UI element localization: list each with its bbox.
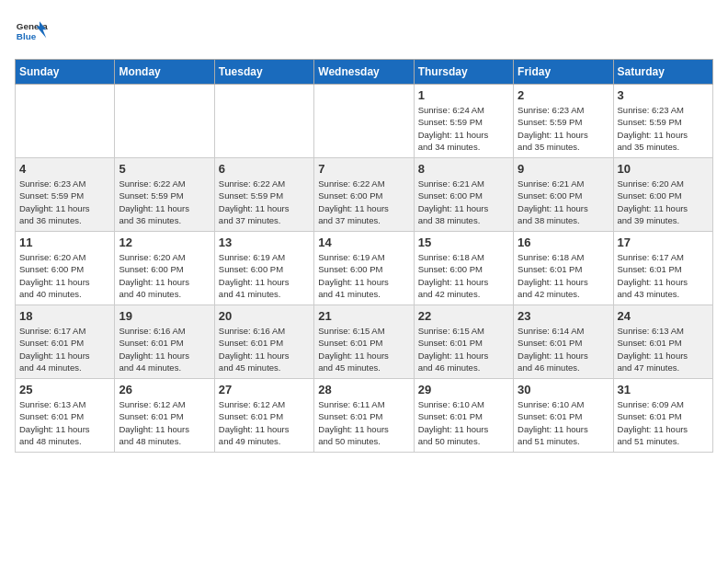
day-info: Sunrise: 6:16 AM Sunset: 6:01 PM Dayligh… [219,325,310,373]
day-number: 14 [318,236,409,249]
day-number: 22 [418,309,509,323]
day-info: Sunrise: 6:10 AM Sunset: 6:01 PM Dayligh… [518,398,609,447]
day-info: Sunrise: 6:09 AM Sunset: 6:01 PM Dayligh… [618,398,709,447]
day-info: Sunrise: 6:20 AM Sunset: 6:00 PM Dayligh… [19,251,110,300]
day-info: Sunrise: 6:13 AM Sunset: 6:01 PM Dayligh… [618,325,709,373]
day-info: Sunrise: 6:12 AM Sunset: 6:01 PM Dayligh… [219,398,310,447]
calendar-cell: 24Sunrise: 6:13 AM Sunset: 6:01 PM Dayli… [613,305,712,379]
calendar-cell: 19Sunrise: 6:16 AM Sunset: 6:01 PM Dayli… [115,305,214,379]
calendar-cell: 28Sunrise: 6:11 AM Sunset: 6:01 PM Dayli… [314,379,414,453]
column-header-friday: Friday [514,60,613,85]
calendar-cell: 12Sunrise: 6:20 AM Sunset: 6:00 PM Dayli… [115,232,214,305]
calendar-cell: 15Sunrise: 6:18 AM Sunset: 6:00 PM Dayli… [414,232,513,305]
calendar-cell: 9Sunrise: 6:21 AM Sunset: 6:00 PM Daylig… [514,158,613,232]
column-header-monday: Monday [115,60,214,85]
calendar-cell: 18Sunrise: 6:17 AM Sunset: 6:01 PM Dayli… [16,305,115,379]
day-number: 28 [318,383,409,396]
day-number: 20 [219,309,310,323]
day-number: 8 [418,162,509,176]
day-info: Sunrise: 6:23 AM Sunset: 5:59 PM Dayligh… [618,104,709,153]
calendar-cell: 22Sunrise: 6:15 AM Sunset: 6:01 PM Dayli… [414,305,513,379]
day-number: 25 [19,383,110,396]
day-number: 26 [119,383,210,396]
day-info: Sunrise: 6:17 AM Sunset: 6:01 PM Dayligh… [618,251,709,300]
calendar-cell: 14Sunrise: 6:19 AM Sunset: 6:00 PM Dayli… [314,232,414,305]
day-info: Sunrise: 6:21 AM Sunset: 6:00 PM Dayligh… [418,178,509,226]
day-info: Sunrise: 6:23 AM Sunset: 5:59 PM Dayligh… [19,178,110,226]
day-number: 13 [219,236,310,249]
column-header-wednesday: Wednesday [314,60,414,85]
day-number: 21 [318,309,409,323]
day-number: 23 [518,309,609,323]
calendar-cell: 20Sunrise: 6:16 AM Sunset: 6:01 PM Dayli… [214,305,313,379]
day-info: Sunrise: 6:14 AM Sunset: 6:01 PM Dayligh… [518,325,609,373]
calendar-cell: 10Sunrise: 6:20 AM Sunset: 6:00 PM Dayli… [613,158,712,232]
calendar-cell [214,85,313,158]
calendar-cell [115,85,214,158]
calendar-cell: 17Sunrise: 6:17 AM Sunset: 6:01 PM Dayli… [613,232,712,305]
day-number: 15 [418,236,509,249]
day-number: 9 [518,162,609,176]
day-info: Sunrise: 6:22 AM Sunset: 5:59 PM Dayligh… [119,178,210,226]
day-number: 5 [119,162,210,176]
day-number: 11 [19,236,110,249]
day-info: Sunrise: 6:15 AM Sunset: 6:01 PM Dayligh… [318,325,409,373]
calendar-cell: 5Sunrise: 6:22 AM Sunset: 5:59 PM Daylig… [115,158,214,232]
day-info: Sunrise: 6:10 AM Sunset: 6:01 PM Dayligh… [418,398,509,447]
calendar-cell [314,85,414,158]
calendar-cell: 21Sunrise: 6:15 AM Sunset: 6:01 PM Dayli… [314,305,414,379]
day-info: Sunrise: 6:21 AM Sunset: 6:00 PM Dayligh… [518,178,609,226]
day-number: 3 [618,88,709,102]
calendar-cell: 29Sunrise: 6:10 AM Sunset: 6:01 PM Dayli… [414,379,513,453]
calendar-cell: 1Sunrise: 6:24 AM Sunset: 5:59 PM Daylig… [414,85,513,158]
calendar-cell: 4Sunrise: 6:23 AM Sunset: 5:59 PM Daylig… [16,158,115,232]
day-info: Sunrise: 6:15 AM Sunset: 6:01 PM Dayligh… [418,325,509,373]
svg-text:Blue: Blue [17,31,37,41]
day-number: 4 [19,162,110,176]
day-number: 31 [618,383,709,396]
day-info: Sunrise: 6:20 AM Sunset: 6:00 PM Dayligh… [618,178,709,226]
calendar-cell: 2Sunrise: 6:23 AM Sunset: 5:59 PM Daylig… [514,85,613,158]
day-number: 2 [518,88,609,102]
column-header-tuesday: Tuesday [214,60,313,85]
day-number: 18 [19,309,110,323]
day-info: Sunrise: 6:24 AM Sunset: 5:59 PM Dayligh… [418,104,509,153]
calendar-cell: 26Sunrise: 6:12 AM Sunset: 6:01 PM Dayli… [115,379,214,453]
day-number: 1 [418,88,509,102]
day-info: Sunrise: 6:22 AM Sunset: 5:59 PM Dayligh… [219,178,310,226]
calendar-cell: 3Sunrise: 6:23 AM Sunset: 5:59 PM Daylig… [613,85,712,158]
day-info: Sunrise: 6:22 AM Sunset: 6:00 PM Dayligh… [318,178,409,226]
calendar-cell: 30Sunrise: 6:10 AM Sunset: 6:01 PM Dayli… [514,379,613,453]
column-header-thursday: Thursday [414,60,513,85]
logo: General Blue [15,15,48,48]
day-number: 19 [119,309,210,323]
day-info: Sunrise: 6:17 AM Sunset: 6:01 PM Dayligh… [19,325,110,373]
calendar-cell: 7Sunrise: 6:22 AM Sunset: 6:00 PM Daylig… [314,158,414,232]
calendar-cell: 31Sunrise: 6:09 AM Sunset: 6:01 PM Dayli… [613,379,712,453]
day-info: Sunrise: 6:19 AM Sunset: 6:00 PM Dayligh… [318,251,409,300]
day-info: Sunrise: 6:16 AM Sunset: 6:01 PM Dayligh… [119,325,210,373]
day-info: Sunrise: 6:18 AM Sunset: 6:01 PM Dayligh… [518,251,609,300]
calendar-table: SundayMondayTuesdayWednesdayThursdayFrid… [15,59,713,453]
day-number: 30 [518,383,609,396]
page-header: General Blue [15,15,713,48]
column-header-saturday: Saturday [613,60,712,85]
column-header-sunday: Sunday [16,60,115,85]
day-info: Sunrise: 6:20 AM Sunset: 6:00 PM Dayligh… [119,251,210,300]
calendar-cell: 8Sunrise: 6:21 AM Sunset: 6:00 PM Daylig… [414,158,513,232]
calendar-cell: 27Sunrise: 6:12 AM Sunset: 6:01 PM Dayli… [214,379,313,453]
day-info: Sunrise: 6:18 AM Sunset: 6:00 PM Dayligh… [418,251,509,300]
day-info: Sunrise: 6:13 AM Sunset: 6:01 PM Dayligh… [19,398,110,447]
day-info: Sunrise: 6:11 AM Sunset: 6:01 PM Dayligh… [318,398,409,447]
day-number: 27 [219,383,310,396]
day-number: 29 [418,383,509,396]
calendar-cell: 23Sunrise: 6:14 AM Sunset: 6:01 PM Dayli… [514,305,613,379]
calendar-cell: 6Sunrise: 6:22 AM Sunset: 5:59 PM Daylig… [214,158,313,232]
calendar-cell: 25Sunrise: 6:13 AM Sunset: 6:01 PM Dayli… [16,379,115,453]
calendar-cell: 13Sunrise: 6:19 AM Sunset: 6:00 PM Dayli… [214,232,313,305]
day-info: Sunrise: 6:12 AM Sunset: 6:01 PM Dayligh… [119,398,210,447]
day-info: Sunrise: 6:19 AM Sunset: 6:00 PM Dayligh… [219,251,310,300]
day-number: 10 [618,162,709,176]
calendar-cell: 16Sunrise: 6:18 AM Sunset: 6:01 PM Dayli… [514,232,613,305]
day-number: 12 [119,236,210,249]
